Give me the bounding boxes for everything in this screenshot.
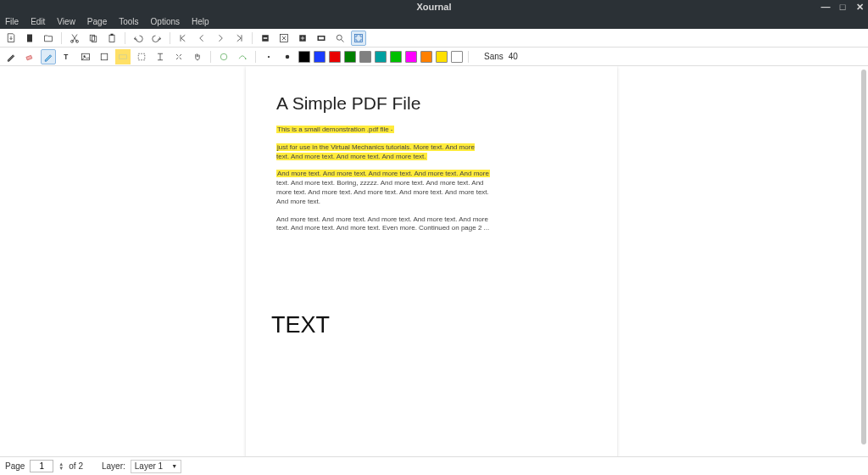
svg-rect-5 bbox=[109, 35, 114, 42]
text-tool[interactable]: T bbox=[59, 49, 75, 64]
cut-button[interactable] bbox=[67, 31, 82, 46]
color-red[interactable] bbox=[329, 51, 341, 63]
minimize-button[interactable]: — bbox=[821, 2, 831, 13]
toolbar-file bbox=[0, 29, 868, 48]
hand-tool[interactable] bbox=[190, 49, 205, 64]
color-magenta[interactable] bbox=[405, 51, 417, 63]
menu-view[interactable]: View bbox=[57, 17, 75, 26]
menu-tools[interactable]: Tools bbox=[119, 17, 138, 26]
svg-point-2 bbox=[76, 40, 79, 42]
para-2: just for use in the Virtual Mechanics tu… bbox=[276, 143, 480, 162]
select-region-tool[interactable] bbox=[115, 49, 131, 64]
svg-rect-21 bbox=[138, 53, 145, 60]
select-rect-tool[interactable] bbox=[134, 49, 149, 64]
eraser-tool[interactable] bbox=[22, 49, 37, 64]
first-page-button[interactable] bbox=[175, 31, 191, 46]
page-1: A Simple PDF File This is a small demons… bbox=[246, 66, 617, 456]
lasso-tool[interactable] bbox=[171, 49, 186, 64]
color-yellow[interactable] bbox=[436, 51, 448, 63]
vertical-space-tool[interactable] bbox=[153, 49, 168, 64]
maximize-button[interactable]: □ bbox=[837, 2, 848, 13]
canvas[interactable]: A Simple PDF File This is a small demons… bbox=[0, 66, 868, 456]
menu-options[interactable]: Options bbox=[151, 17, 180, 26]
thickness-dot[interactable] bbox=[261, 49, 276, 64]
shapes-tool[interactable] bbox=[97, 49, 112, 64]
zoom-out-button[interactable] bbox=[258, 31, 273, 46]
color-blue[interactable] bbox=[314, 51, 326, 63]
shape-recognizer-button[interactable] bbox=[216, 49, 231, 64]
svg-rect-20 bbox=[120, 54, 127, 59]
para-3: And more text. And more text. And more t… bbox=[276, 170, 497, 206]
page-spinner[interactable]: ▲▼ bbox=[58, 462, 64, 471]
svg-rect-15 bbox=[26, 55, 32, 60]
color-white[interactable] bbox=[451, 51, 463, 63]
color-orange[interactable] bbox=[420, 51, 432, 63]
svg-text:T: T bbox=[64, 53, 68, 61]
font-size: 40 bbox=[509, 52, 518, 61]
highlighter-tool[interactable] bbox=[41, 49, 56, 64]
color-darkgreen[interactable] bbox=[344, 51, 356, 63]
doc-title: A Simple PDF File bbox=[276, 93, 587, 114]
page-label: Page bbox=[5, 461, 25, 471]
svg-point-24 bbox=[268, 55, 270, 57]
window-title: Xournal bbox=[417, 2, 452, 12]
page-total: of 2 bbox=[69, 461, 83, 471]
zoom-search-button[interactable] bbox=[332, 31, 348, 46]
fullscreen-button[interactable] bbox=[351, 31, 366, 46]
zoom-width-button[interactable] bbox=[314, 31, 329, 46]
menu-page[interactable]: Page bbox=[87, 17, 107, 26]
svg-point-23 bbox=[245, 58, 247, 59]
layer-label: Layer: bbox=[102, 461, 125, 471]
para-1: This is a small demonstration .pdf file … bbox=[276, 126, 587, 135]
ruler-button[interactable] bbox=[235, 49, 250, 64]
font-name: Sans bbox=[484, 52, 504, 61]
svg-rect-0 bbox=[27, 34, 32, 42]
chevron-down-icon: ▼ bbox=[171, 463, 177, 469]
redo-button[interactable] bbox=[149, 31, 164, 46]
color-black[interactable] bbox=[298, 51, 310, 63]
svg-point-25 bbox=[286, 54, 290, 59]
statusbar: Page ▲▼ of 2 Layer: Layer 1 ▼ bbox=[0, 456, 868, 475]
new-button[interactable] bbox=[22, 31, 37, 46]
text-annotation[interactable]: TEXT bbox=[271, 312, 330, 338]
svg-rect-12 bbox=[319, 36, 324, 39]
layer-select[interactable]: Layer 1 ▼ bbox=[131, 460, 181, 473]
color-green[interactable] bbox=[390, 51, 402, 63]
open-button[interactable] bbox=[41, 31, 56, 46]
pen-tool[interactable] bbox=[3, 49, 19, 64]
menu-help[interactable]: Help bbox=[192, 17, 209, 26]
zoom-in-button[interactable] bbox=[295, 31, 310, 46]
font-indicator[interactable]: Sans 40 bbox=[484, 52, 518, 61]
close-button[interactable]: ✕ bbox=[854, 2, 865, 13]
svg-point-13 bbox=[337, 35, 342, 40]
image-tool[interactable] bbox=[78, 49, 93, 64]
svg-rect-14 bbox=[355, 34, 363, 42]
menubar: File Edit View Page Tools Options Help bbox=[0, 14, 868, 29]
color-gray[interactable] bbox=[359, 51, 371, 63]
last-page-button[interactable] bbox=[231, 31, 247, 46]
paste-button[interactable] bbox=[104, 31, 120, 46]
window-controls: — □ ✕ bbox=[821, 2, 865, 13]
prev-page-button[interactable] bbox=[194, 31, 209, 46]
thickness-medium[interactable] bbox=[280, 49, 295, 64]
color-teal[interactable] bbox=[375, 51, 387, 63]
next-page-button[interactable] bbox=[213, 31, 228, 46]
menu-file[interactable]: File bbox=[5, 17, 19, 26]
zoom-fit-button[interactable] bbox=[276, 31, 292, 46]
svg-point-22 bbox=[220, 53, 227, 60]
menu-edit[interactable]: Edit bbox=[31, 17, 45, 26]
svg-point-1 bbox=[71, 40, 74, 42]
vertical-scrollbar[interactable] bbox=[861, 70, 866, 444]
svg-rect-8 bbox=[264, 37, 268, 39]
para-4: And more text. And more text. And more t… bbox=[276, 215, 497, 234]
page-number-input[interactable] bbox=[30, 460, 53, 472]
titlebar: Xournal — □ ✕ bbox=[0, 0, 868, 14]
svg-rect-6 bbox=[111, 33, 114, 35]
svg-rect-19 bbox=[101, 53, 108, 60]
save-button[interactable] bbox=[3, 31, 19, 46]
undo-button[interactable] bbox=[131, 31, 146, 46]
toolbar-tools: T Sans 40 bbox=[0, 48, 868, 66]
copy-button[interactable] bbox=[86, 31, 101, 46]
